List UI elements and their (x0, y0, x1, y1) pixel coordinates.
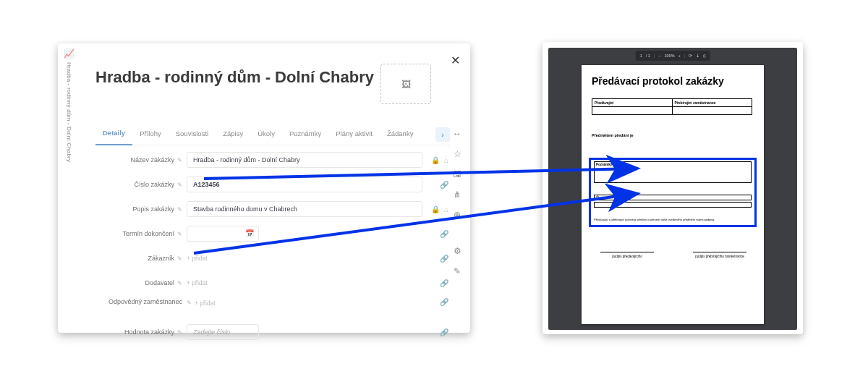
gear-icon[interactable]: ⚙ (454, 246, 461, 256)
edit-icon[interactable]: ✎ (177, 182, 182, 188)
order-form: Název zakázky✎ Hradba - rodinný dům - Do… (101, 150, 448, 347)
tabs-bar: Detaily Přílohy Souvislosti Zápisy Úkoly… (95, 124, 450, 145)
row-order-desc: Popis zakázky✎ Stavba rodinného domu v C… (101, 200, 448, 218)
doc-title: Předávací protokol zakázky (592, 75, 724, 87)
tab-prilohy[interactable]: Přílohy (132, 125, 169, 145)
input-order-name[interactable]: Hradba - rodinný dům - Dolní Chabry (187, 152, 422, 168)
link-icon: 🔗 (440, 328, 448, 336)
pdf-preview-panel: 1 / 1 | − 100% + | ⟳ ⤓ ⎙ Předávací proto… (542, 42, 803, 334)
edit-icon[interactable]: ✎ (177, 329, 182, 336)
page-current[interactable]: 1 (640, 54, 642, 58)
sidebar-collapsed-tab[interactable]: 📈 Hradba - rodinný dům - Dolní Chabry (62, 49, 75, 179)
input-order-desc[interactable]: Stavba rodinného domu v Chabrech (187, 201, 422, 217)
page-title: Hradba - rodinný dům - Dolní Chabry (95, 68, 374, 87)
image-placeholder[interactable]: 🖼 (380, 64, 431, 104)
close-icon[interactable]: ✕ (451, 54, 460, 67)
lock-icon: 🔒 (431, 205, 440, 213)
hdr-predavajici: Předávající (592, 99, 673, 107)
row-order-name: Název zakázky✎ Hradba - rodinný dům - Do… (101, 150, 448, 169)
doc-notes-box: Poznámky k předání (594, 161, 752, 183)
label-order-desc: Popis zakázky (132, 205, 174, 213)
label-order-name: Název zakázky (130, 156, 174, 163)
row-order-number: Číslo zakázky✎ A123456 🔗 (101, 175, 448, 194)
tab-detaily[interactable]: Detaily (95, 124, 132, 145)
doc-footer-text: Předávající a přebírající potvrzují před… (594, 218, 752, 221)
label-deadline: Termín dokončení (122, 230, 174, 237)
row-responsible: Odpovědný zaměstnanec ✎ + přidat 🔗 (101, 298, 448, 317)
tab-plany-aktivit[interactable]: Plány aktivit (328, 125, 380, 145)
tabs-scroll-right[interactable]: › (435, 127, 450, 142)
tab-zapisy[interactable]: Zápisy (216, 125, 250, 145)
signature-caption-left: podpis předávajícího (600, 255, 654, 258)
calendar-icon: 📅 (245, 229, 254, 237)
doc-header-table: Předávající Přebírající zaměstnanec (592, 98, 752, 115)
globe-icon[interactable]: ⊕ (454, 210, 461, 220)
tag-icon: ⌂ (444, 156, 448, 164)
edit-icon[interactable]: ✎ (177, 280, 182, 286)
pdf-page: Předávací protokol zakázky Předávající P… (582, 65, 764, 324)
expand-icon[interactable]: ↔ (453, 129, 461, 139)
input-value[interactable]: Zadejte číslo (187, 324, 259, 340)
pencil-icon[interactable]: ✎ (454, 266, 461, 276)
edit-icon[interactable]: ✎ (187, 299, 192, 306)
save-icon[interactable]: 🖫 (453, 169, 461, 179)
label-order-number: Číslo zakázky (134, 181, 174, 188)
star-icon[interactable]: ☆ (454, 149, 461, 159)
pdf-viewer: 1 / 1 | − 100% + | ⟳ ⤓ ⎙ Předávací proto… (548, 48, 797, 330)
tab-souvislosti[interactable]: Souvislosti (169, 125, 216, 145)
signature-caption-right: podpis přebírajícího zaměstnance (693, 255, 746, 258)
input-deadline[interactable]: 📅 (187, 226, 259, 242)
add-responsible[interactable]: + přidat (195, 299, 216, 307)
row-customer: Zákazník✎ + přidat 🔗 (101, 249, 448, 268)
zoom-out-icon[interactable]: − (658, 54, 660, 58)
input-order-number[interactable]: A123456 (187, 177, 422, 192)
signature-line-left (600, 252, 654, 252)
row-value: Hodnota zakázky✎ Zadejte číslo 🔗 (101, 323, 448, 341)
row-deadline: Termín dokončení✎ 📅 🔗 (101, 224, 448, 243)
tab-zadanky[interactable]: Žádanky (380, 125, 420, 145)
edit-icon[interactable]: ✎ (177, 206, 182, 213)
share-icon[interactable]: ⋔ (454, 190, 461, 200)
annotation-highlight: Poznámky k předání Škody: Předávající a … (589, 158, 757, 227)
zoom-in-icon[interactable]: + (678, 54, 681, 58)
label-responsible: Odpovědný zaměstnanec (109, 298, 182, 306)
lock-icon: 🔒 (431, 156, 440, 164)
pdf-toolbar: 1 / 1 | − 100% + | ⟳ ⤓ ⎙ (636, 51, 710, 61)
rotate-icon[interactable]: ⟳ (689, 54, 692, 58)
order-detail-modal: 📈 Hradba - rodinný dům - Dolní Chabry ✕ … (58, 43, 470, 333)
link-icon: 🔗 (440, 298, 448, 306)
link-icon: 🔗 (440, 181, 448, 189)
signature-line-right (693, 252, 746, 252)
page-of: / 1 (646, 54, 650, 58)
label-value: Hodnota zakázky (124, 328, 174, 336)
tag-icon: ⌂ (444, 205, 448, 213)
tab-poznamky[interactable]: Poznámky (282, 125, 328, 145)
notes-label: Poznámky k předání (595, 162, 751, 167)
edit-icon[interactable]: ✎ (177, 255, 182, 262)
download-icon[interactable]: ⤓ (696, 54, 699, 58)
subject-label: Předmětem předání je (592, 133, 633, 137)
label-supplier: Dodavatel (145, 279, 174, 286)
chart-icon: 📈 (64, 49, 75, 58)
edit-icon[interactable]: ✎ (177, 157, 182, 163)
tab-ukoly[interactable]: Úkoly (250, 125, 282, 145)
link-icon: 🔗 (440, 255, 448, 263)
print-icon[interactable]: ⎙ (703, 54, 705, 58)
sidebar-tab-label: Hradba - rodinný dům - Dolní Chabry (66, 62, 72, 162)
image-icon: 🖼 (401, 79, 411, 90)
label-customer: Zákazník (148, 255, 174, 262)
link-icon: 🔗 (440, 279, 448, 287)
link-icon: 🔗 (440, 230, 448, 238)
doc-empty-row (594, 202, 752, 208)
add-customer[interactable]: + přidat (187, 255, 208, 262)
add-supplier[interactable]: + přidat (187, 279, 208, 286)
zoom-level: 100% (665, 54, 675, 58)
modal-action-rail: ↔ ☆ 🖫 ⋔ ⊕ ⚙ ✎ (453, 129, 461, 276)
doc-damage-row: Škody: (594, 195, 752, 200)
edit-icon[interactable]: ✎ (177, 231, 182, 237)
hdr-prebirajici: Přebírající zaměstnanec (672, 99, 752, 107)
row-supplier: Dodavatel✎ + přidat 🔗 (101, 273, 448, 292)
